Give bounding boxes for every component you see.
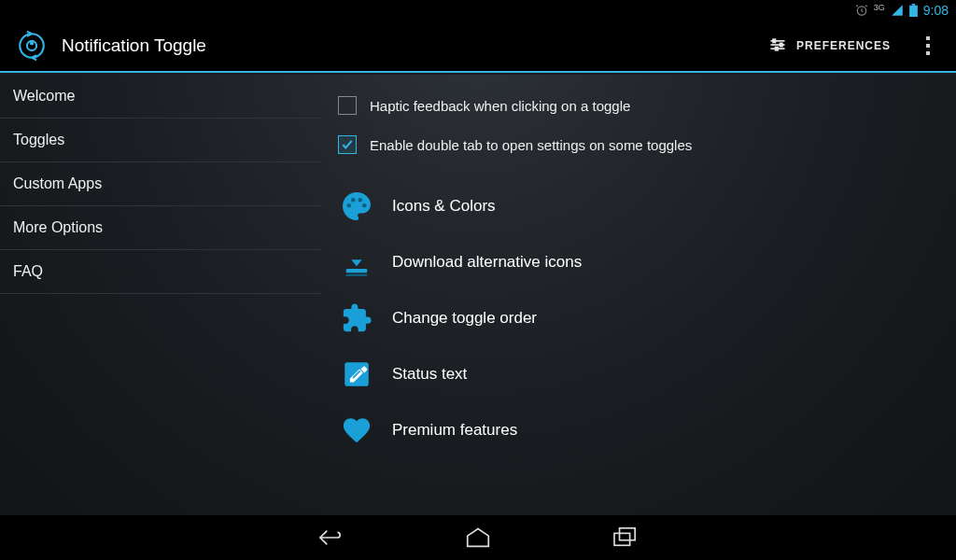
option-toggle-order[interactable]: Change toggle order bbox=[338, 293, 937, 343]
edit-note-icon bbox=[338, 356, 375, 393]
svg-rect-1 bbox=[909, 6, 918, 17]
sidebar-item-faq[interactable]: FAQ bbox=[0, 250, 321, 294]
option-label: Change toggle order bbox=[392, 309, 537, 328]
content: Welcome Toggles Custom Apps More Options… bbox=[0, 75, 956, 515]
sidebar-item-label: More Options bbox=[13, 219, 103, 236]
checkbox-label: Haptic feedback when clicking on a toggl… bbox=[370, 98, 630, 114]
svg-rect-11 bbox=[775, 47, 778, 49]
back-button[interactable] bbox=[308, 515, 353, 560]
sliders-icon bbox=[768, 35, 787, 57]
sidebar-item-custom-apps[interactable]: Custom Apps bbox=[0, 162, 321, 206]
nav-bar bbox=[0, 515, 956, 560]
svg-point-14 bbox=[358, 198, 363, 203]
sidebar: Welcome Toggles Custom Apps More Options… bbox=[0, 75, 321, 515]
svg-rect-16 bbox=[346, 269, 368, 273]
alarm-icon bbox=[855, 4, 868, 17]
recents-button[interactable] bbox=[603, 515, 648, 560]
svg-rect-9 bbox=[780, 43, 782, 46]
option-label: Premium features bbox=[392, 421, 517, 440]
signal-icon bbox=[891, 4, 904, 17]
home-button[interactable] bbox=[456, 515, 500, 560]
option-premium[interactable]: Premium features bbox=[338, 405, 937, 455]
app-icon bbox=[15, 29, 49, 63]
puzzle-icon bbox=[338, 300, 375, 337]
sidebar-item-more-options[interactable]: More Options bbox=[0, 206, 321, 250]
sidebar-item-label: Welcome bbox=[13, 88, 75, 105]
app-title: Notification Toggle bbox=[62, 35, 755, 56]
sidebar-item-label: FAQ bbox=[13, 263, 43, 280]
clock-label: 9:08 bbox=[923, 3, 949, 18]
svg-point-12 bbox=[347, 203, 352, 208]
svg-point-3 bbox=[20, 34, 44, 58]
option-icons-colors[interactable]: Icons & Colors bbox=[338, 181, 937, 231]
sidebar-item-toggles[interactable]: Toggles bbox=[0, 119, 321, 162]
download-icon bbox=[338, 244, 375, 281]
svg-point-13 bbox=[351, 198, 356, 203]
svg-rect-17 bbox=[346, 274, 368, 276]
action-bar: Notification Toggle PREFERENCES bbox=[0, 21, 956, 73]
option-label: Download alternative icons bbox=[392, 253, 582, 272]
option-label: Status text bbox=[392, 365, 467, 384]
checkbox-label: Enable double tab to open settings on so… bbox=[370, 137, 692, 153]
checkbox-double-tap[interactable]: Enable double tab to open settings on so… bbox=[338, 125, 937, 164]
overflow-button[interactable] bbox=[911, 27, 945, 64]
checkbox-haptic-feedback[interactable]: Haptic feedback when clicking on a toggl… bbox=[338, 86, 937, 125]
battery-icon bbox=[909, 4, 918, 17]
preferences-button[interactable]: PREFERENCES bbox=[755, 28, 904, 64]
svg-point-15 bbox=[362, 203, 367, 208]
sidebar-item-label: Custom Apps bbox=[13, 175, 102, 192]
status-bar: 3G 9:08 bbox=[0, 0, 956, 21]
svg-rect-20 bbox=[620, 528, 636, 540]
svg-rect-19 bbox=[614, 533, 630, 545]
checkbox-icon bbox=[338, 135, 357, 154]
heart-icon bbox=[338, 412, 375, 449]
option-download-icons[interactable]: Download alternative icons bbox=[338, 237, 937, 287]
checkbox-icon bbox=[338, 96, 357, 115]
svg-rect-18 bbox=[344, 362, 369, 386]
svg-rect-2 bbox=[912, 4, 916, 6]
network-label: 3G bbox=[874, 3, 885, 12]
option-status-text[interactable]: Status text bbox=[338, 349, 937, 399]
svg-point-5 bbox=[30, 41, 34, 45]
main-panel: Haptic feedback when clicking on a toggl… bbox=[321, 75, 956, 515]
option-label: Icons & Colors bbox=[392, 197, 496, 216]
sidebar-item-label: Toggles bbox=[13, 132, 64, 148]
sidebar-item-welcome[interactable]: Welcome bbox=[0, 75, 321, 119]
preferences-label: PREFERENCES bbox=[796, 39, 891, 52]
palette-icon bbox=[338, 188, 375, 225]
svg-rect-7 bbox=[773, 39, 776, 42]
